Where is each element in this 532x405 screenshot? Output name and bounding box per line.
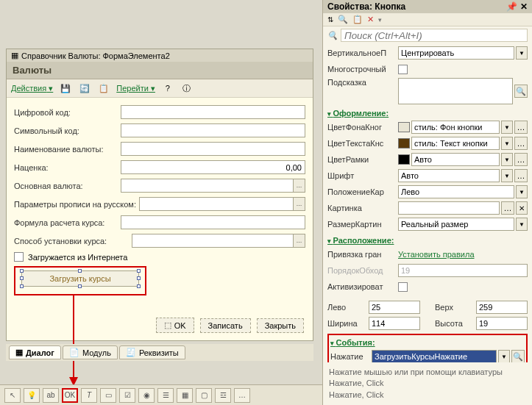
color-swatch	[398, 154, 410, 165]
dropdown-icon[interactable]: ▼	[501, 137, 513, 150]
close-icon[interactable]: ✕	[520, 1, 528, 12]
window-title: Справочник Валюты: ФормаЭлемента2	[21, 51, 170, 60]
prop-label: ЦветТекстаКнс	[327, 139, 398, 148]
method-input[interactable]	[132, 234, 294, 248]
dots-icon[interactable]: …	[294, 179, 305, 193]
widget-list[interactable]: ☰	[157, 388, 174, 403]
height-value[interactable]: 19	[476, 317, 528, 330]
widget-text[interactable]: T	[81, 388, 97, 403]
window-titlebar: ▦ Справочник Валюты: ФормаЭлемента2	[7, 49, 313, 62]
dropdown-icon[interactable]: ▼	[501, 169, 513, 182]
info-icon[interactable]: ⓘ	[180, 82, 194, 95]
markup-input[interactable]: 0,00	[121, 160, 305, 174]
caretpos-value[interactable]: Лево	[398, 185, 514, 198]
dots-icon[interactable]: …	[294, 197, 305, 211]
ok-button[interactable]: ⬚ OK	[156, 318, 194, 333]
params-input[interactable]	[139, 197, 294, 211]
load-rates-button[interactable]: Загрузить курсы	[21, 270, 139, 287]
internet-checkbox-row[interactable]: Загружается из Интернета	[14, 252, 305, 262]
picture-value[interactable]	[398, 201, 500, 215]
event-handler-value[interactable]: ЗагрузитьКурсыНажатие	[372, 350, 497, 362]
filter-icon[interactable]: 🔍	[338, 15, 348, 24]
list-icon[interactable]: 📋	[352, 15, 363, 24]
tab-requisites[interactable]: 🧾 Реквизиты	[119, 345, 185, 359]
help-icon[interactable]: ?	[161, 82, 174, 95]
section-events[interactable]: События:	[330, 338, 525, 347]
numcode-input[interactable]	[121, 105, 305, 119]
dropdown-icon[interactable]: ▼	[501, 153, 513, 166]
actions-menu[interactable]: Действия ▾	[11, 84, 53, 93]
multiline-checkbox[interactable]	[398, 65, 408, 74]
field-label: Формула расчета курса:	[14, 218, 121, 227]
form-toolbar: Действия ▾ 💾 🔄 📋 Перейти ▾ ? ⓘ	[7, 79, 313, 98]
search-icon[interactable]: 🔍	[514, 85, 528, 98]
anchor-link[interactable]: Установить правила	[398, 250, 475, 259]
dots-icon[interactable]: …	[294, 234, 305, 248]
x-icon[interactable]: ✕	[367, 15, 374, 24]
widget-check[interactable]: ☑	[119, 388, 135, 403]
dropdown-icon[interactable]: ▼	[516, 46, 528, 60]
dropdown-icon[interactable]: ▼	[501, 121, 513, 134]
clear-icon[interactable]: ✕	[516, 201, 528, 215]
textcolor-value[interactable]: стиль: Текст кнопки	[411, 137, 500, 150]
save-button[interactable]: Записать	[200, 318, 251, 333]
prop-label: Активизироват	[327, 282, 398, 291]
pin-icon[interactable]: 📌	[506, 1, 517, 12]
name-input[interactable]	[121, 142, 305, 156]
font-value[interactable]: Авто	[398, 169, 500, 182]
widget-button[interactable]: OK	[62, 388, 78, 403]
widget-radio[interactable]: ◉	[138, 388, 155, 403]
formula-input[interactable]	[121, 215, 305, 229]
widget-toolbar-btn[interactable]: ☲	[215, 388, 231, 403]
form-canvas: Цифровой код: Символьный код: Наименован…	[7, 98, 313, 303]
props-icon[interactable]: 📋	[97, 82, 110, 95]
dots-icon[interactable]: …	[514, 121, 528, 134]
picsize-value[interactable]: Реальный размер	[398, 218, 514, 231]
tooltip-input[interactable]	[398, 78, 513, 104]
widget-input[interactable]: ab	[43, 388, 59, 403]
form-window: ▦ Справочник Валюты: ФормаЭлемента2 Валю…	[6, 49, 313, 341]
valign-value[interactable]: Центрировать	[398, 46, 514, 60]
basecur-input[interactable]	[121, 179, 294, 193]
sort-icon[interactable]: ⇅	[327, 16, 333, 24]
bgcolor-value[interactable]: стиль: Фон кнопки	[411, 121, 500, 134]
widget-more[interactable]: …	[234, 388, 250, 403]
dots-icon[interactable]: …	[514, 169, 528, 182]
width-value[interactable]: 114	[369, 317, 420, 330]
dots-icon[interactable]: …	[514, 137, 528, 150]
border-value[interactable]: Авто	[411, 153, 500, 166]
close-button[interactable]: Закрыть	[257, 318, 304, 333]
dropdown-icon[interactable]: ▼	[498, 350, 510, 362]
checkbox-icon[interactable]	[14, 252, 24, 262]
form-title: Валюты	[7, 62, 313, 79]
search-input[interactable]	[341, 29, 528, 42]
properties-title: Свойства: Кнопка	[327, 1, 405, 12]
goto-menu[interactable]: Перейти ▾	[116, 84, 155, 93]
field-label: Способ установки курса:	[14, 237, 132, 245]
dots-icon[interactable]: …	[514, 153, 528, 166]
widget-panel[interactable]: ▢	[196, 388, 212, 403]
dropdown-icon[interactable]: ▼	[516, 185, 528, 198]
widget-bulb[interactable]: 💡	[24, 388, 40, 403]
top-value[interactable]: 259	[476, 301, 528, 314]
search-icon[interactable]: 🔍	[511, 350, 525, 362]
refresh-icon[interactable]: 🔄	[78, 82, 91, 95]
activate-checkbox[interactable]	[398, 282, 408, 292]
chevron-down-icon[interactable]: ▾	[378, 16, 382, 24]
form-footer: ⬚ OK Записать Закрыть	[153, 315, 307, 336]
tab-dialog[interactable]: ▦ Диалог	[9, 345, 61, 359]
save-icon[interactable]: 💾	[59, 82, 72, 95]
dots-icon[interactable]: …	[501, 201, 514, 215]
tab-module[interactable]: 📄 Модуль	[63, 345, 118, 359]
left-value[interactable]: 25	[369, 301, 420, 314]
widget-label[interactable]: ▭	[100, 388, 116, 403]
properties-panel: Свойства: Кнопка 📌 ✕ ⇅ 🔍 📋 ✕ ▾ 🔍 Вертика…	[322, 0, 532, 405]
widget-grid[interactable]: ▦	[177, 388, 193, 403]
section-layout[interactable]: Расположение:	[327, 236, 528, 245]
section-design[interactable]: Оформление:	[327, 109, 528, 118]
dropdown-icon[interactable]: ▼	[516, 218, 528, 231]
symcode-input[interactable]	[121, 123, 305, 137]
widget-cursor[interactable]: ↖	[4, 388, 21, 403]
events-highlight: События: Нажатие ЗагрузитьКурсыНажатие ▼…	[327, 334, 528, 362]
prop-label: ЦветФонаКног	[327, 123, 398, 132]
